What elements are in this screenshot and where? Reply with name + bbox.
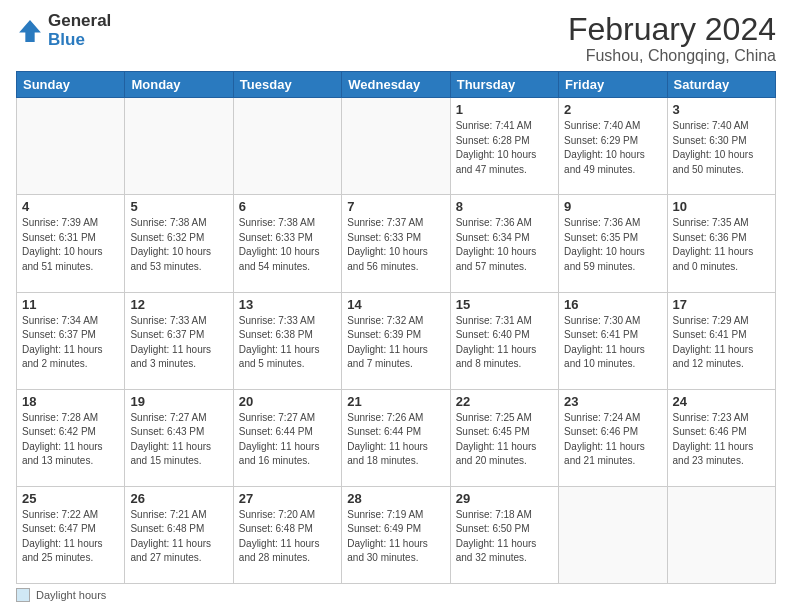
day-info: Sunrise: 7:34 AM Sunset: 6:37 PM Dayligh… [22,314,119,372]
day-info: Sunrise: 7:26 AM Sunset: 6:44 PM Dayligh… [347,411,444,469]
day-info: Sunrise: 7:38 AM Sunset: 6:32 PM Dayligh… [130,216,227,274]
calendar-cell: 22Sunrise: 7:25 AM Sunset: 6:45 PM Dayli… [450,389,558,486]
day-number: 5 [130,199,227,214]
calendar-cell: 13Sunrise: 7:33 AM Sunset: 6:38 PM Dayli… [233,292,341,389]
title-block: February 2024 Fushou, Chongqing, China [568,12,776,65]
day-info: Sunrise: 7:33 AM Sunset: 6:38 PM Dayligh… [239,314,336,372]
calendar-week-3: 11Sunrise: 7:34 AM Sunset: 6:37 PM Dayli… [17,292,776,389]
calendar-cell [233,98,341,195]
calendar-cell [342,98,450,195]
day-info: Sunrise: 7:33 AM Sunset: 6:37 PM Dayligh… [130,314,227,372]
page: General Blue February 2024 Fushou, Chong… [0,0,792,612]
day-info: Sunrise: 7:38 AM Sunset: 6:33 PM Dayligh… [239,216,336,274]
month-title: February 2024 [568,12,776,47]
calendar-cell [125,98,233,195]
day-number: 15 [456,297,553,312]
day-number: 18 [22,394,119,409]
weekday-header-saturday: Saturday [667,72,775,98]
calendar-cell: 24Sunrise: 7:23 AM Sunset: 6:46 PM Dayli… [667,389,775,486]
calendar-cell: 1Sunrise: 7:41 AM Sunset: 6:28 PM Daylig… [450,98,558,195]
calendar-cell: 6Sunrise: 7:38 AM Sunset: 6:33 PM Daylig… [233,195,341,292]
day-info: Sunrise: 7:35 AM Sunset: 6:36 PM Dayligh… [673,216,770,274]
day-info: Sunrise: 7:29 AM Sunset: 6:41 PM Dayligh… [673,314,770,372]
calendar-week-2: 4Sunrise: 7:39 AM Sunset: 6:31 PM Daylig… [17,195,776,292]
day-number: 6 [239,199,336,214]
day-info: Sunrise: 7:40 AM Sunset: 6:30 PM Dayligh… [673,119,770,177]
day-number: 8 [456,199,553,214]
day-number: 10 [673,199,770,214]
calendar-cell: 10Sunrise: 7:35 AM Sunset: 6:36 PM Dayli… [667,195,775,292]
weekday-header-friday: Friday [559,72,667,98]
weekday-header-tuesday: Tuesday [233,72,341,98]
weekday-header-sunday: Sunday [17,72,125,98]
day-number: 13 [239,297,336,312]
calendar-cell: 2Sunrise: 7:40 AM Sunset: 6:29 PM Daylig… [559,98,667,195]
location-title: Fushou, Chongqing, China [568,47,776,65]
weekday-header-wednesday: Wednesday [342,72,450,98]
day-number: 19 [130,394,227,409]
day-info: Sunrise: 7:39 AM Sunset: 6:31 PM Dayligh… [22,216,119,274]
day-number: 12 [130,297,227,312]
day-number: 23 [564,394,661,409]
day-number: 17 [673,297,770,312]
calendar-cell: 17Sunrise: 7:29 AM Sunset: 6:41 PM Dayli… [667,292,775,389]
day-info: Sunrise: 7:36 AM Sunset: 6:35 PM Dayligh… [564,216,661,274]
day-number: 22 [456,394,553,409]
calendar-cell: 23Sunrise: 7:24 AM Sunset: 6:46 PM Dayli… [559,389,667,486]
calendar-week-4: 18Sunrise: 7:28 AM Sunset: 6:42 PM Dayli… [17,389,776,486]
day-number: 9 [564,199,661,214]
day-number: 21 [347,394,444,409]
weekday-header-monday: Monday [125,72,233,98]
calendar-cell: 20Sunrise: 7:27 AM Sunset: 6:44 PM Dayli… [233,389,341,486]
logo-text: General Blue [48,12,111,49]
day-number: 29 [456,491,553,506]
calendar-cell: 15Sunrise: 7:31 AM Sunset: 6:40 PM Dayli… [450,292,558,389]
day-number: 20 [239,394,336,409]
calendar-cell: 7Sunrise: 7:37 AM Sunset: 6:33 PM Daylig… [342,195,450,292]
day-number: 1 [456,102,553,117]
calendar-week-1: 1Sunrise: 7:41 AM Sunset: 6:28 PM Daylig… [17,98,776,195]
legend: Daylight hours [16,588,776,602]
day-number: 4 [22,199,119,214]
calendar-cell: 27Sunrise: 7:20 AM Sunset: 6:48 PM Dayli… [233,486,341,583]
weekday-header-row: SundayMondayTuesdayWednesdayThursdayFrid… [17,72,776,98]
calendar-cell: 8Sunrise: 7:36 AM Sunset: 6:34 PM Daylig… [450,195,558,292]
day-info: Sunrise: 7:41 AM Sunset: 6:28 PM Dayligh… [456,119,553,177]
calendar-cell: 16Sunrise: 7:30 AM Sunset: 6:41 PM Dayli… [559,292,667,389]
calendar-cell: 19Sunrise: 7:27 AM Sunset: 6:43 PM Dayli… [125,389,233,486]
day-info: Sunrise: 7:27 AM Sunset: 6:44 PM Dayligh… [239,411,336,469]
logo-icon [16,17,44,45]
calendar-cell: 29Sunrise: 7:18 AM Sunset: 6:50 PM Dayli… [450,486,558,583]
day-info: Sunrise: 7:19 AM Sunset: 6:49 PM Dayligh… [347,508,444,566]
calendar-cell: 26Sunrise: 7:21 AM Sunset: 6:48 PM Dayli… [125,486,233,583]
day-number: 25 [22,491,119,506]
day-info: Sunrise: 7:40 AM Sunset: 6:29 PM Dayligh… [564,119,661,177]
day-info: Sunrise: 7:37 AM Sunset: 6:33 PM Dayligh… [347,216,444,274]
logo-general: General [48,11,111,30]
calendar-cell: 12Sunrise: 7:33 AM Sunset: 6:37 PM Dayli… [125,292,233,389]
calendar-cell [667,486,775,583]
day-info: Sunrise: 7:20 AM Sunset: 6:48 PM Dayligh… [239,508,336,566]
day-number: 3 [673,102,770,117]
calendar-cell [559,486,667,583]
calendar-cell: 21Sunrise: 7:26 AM Sunset: 6:44 PM Dayli… [342,389,450,486]
day-info: Sunrise: 7:22 AM Sunset: 6:47 PM Dayligh… [22,508,119,566]
day-number: 11 [22,297,119,312]
legend-box [16,588,30,602]
calendar-cell: 18Sunrise: 7:28 AM Sunset: 6:42 PM Dayli… [17,389,125,486]
day-number: 2 [564,102,661,117]
day-info: Sunrise: 7:32 AM Sunset: 6:39 PM Dayligh… [347,314,444,372]
day-number: 27 [239,491,336,506]
day-info: Sunrise: 7:24 AM Sunset: 6:46 PM Dayligh… [564,411,661,469]
day-number: 16 [564,297,661,312]
calendar-cell: 28Sunrise: 7:19 AM Sunset: 6:49 PM Dayli… [342,486,450,583]
day-info: Sunrise: 7:30 AM Sunset: 6:41 PM Dayligh… [564,314,661,372]
calendar-cell: 14Sunrise: 7:32 AM Sunset: 6:39 PM Dayli… [342,292,450,389]
calendar-cell: 9Sunrise: 7:36 AM Sunset: 6:35 PM Daylig… [559,195,667,292]
day-info: Sunrise: 7:27 AM Sunset: 6:43 PM Dayligh… [130,411,227,469]
calendar-week-5: 25Sunrise: 7:22 AM Sunset: 6:47 PM Dayli… [17,486,776,583]
legend-label: Daylight hours [36,589,106,601]
logo: General Blue [16,12,111,49]
calendar-cell: 11Sunrise: 7:34 AM Sunset: 6:37 PM Dayli… [17,292,125,389]
day-info: Sunrise: 7:18 AM Sunset: 6:50 PM Dayligh… [456,508,553,566]
